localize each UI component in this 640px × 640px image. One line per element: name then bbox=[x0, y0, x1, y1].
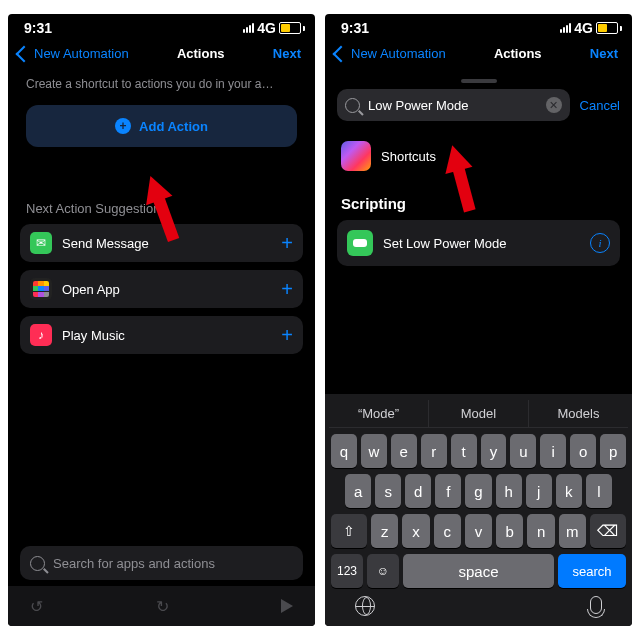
low-power-icon bbox=[347, 230, 373, 256]
message-icon: ✉︎ bbox=[30, 232, 52, 254]
key-space[interactable]: space bbox=[403, 554, 554, 588]
network-label: 4G bbox=[574, 20, 593, 36]
key-123[interactable]: 123 bbox=[331, 554, 363, 588]
key-e[interactable]: e bbox=[391, 434, 417, 468]
left-screenshot: 9:31 4G New Automation Actions Next Crea… bbox=[8, 14, 315, 626]
suggestion-send-message[interactable]: ✉︎ Send Message + bbox=[20, 224, 303, 262]
section-header-scripting: Scripting bbox=[325, 181, 632, 220]
clear-icon[interactable]: ✕ bbox=[546, 97, 562, 113]
cancel-button[interactable]: Cancel bbox=[580, 98, 620, 113]
back-label: New Automation bbox=[351, 46, 446, 61]
app-grid-icon bbox=[30, 278, 52, 300]
suggestion-label: Open App bbox=[62, 282, 271, 297]
key-x[interactable]: x bbox=[402, 514, 429, 548]
key-l[interactable]: l bbox=[586, 474, 612, 508]
key-emoji[interactable]: ☺ bbox=[367, 554, 399, 588]
key-o[interactable]: o bbox=[570, 434, 596, 468]
prediction[interactable]: Models bbox=[528, 400, 628, 427]
key-n[interactable]: n bbox=[527, 514, 554, 548]
network-label: 4G bbox=[257, 20, 276, 36]
suggestions-header: Next Action Suggestions bbox=[8, 201, 315, 216]
key-c[interactable]: c bbox=[434, 514, 461, 548]
key-z[interactable]: z bbox=[371, 514, 398, 548]
right-screenshot: 9:31 4G New Automation Actions Next Low … bbox=[325, 14, 632, 626]
globe-icon[interactable] bbox=[355, 596, 375, 616]
key-d[interactable]: d bbox=[405, 474, 431, 508]
plus-circle-icon: + bbox=[115, 118, 131, 134]
hint-text: Create a shortcut to actions you do in y… bbox=[8, 71, 315, 105]
chevron-left-icon bbox=[16, 45, 33, 62]
status-bar: 9:31 4G bbox=[8, 14, 315, 38]
battery-icon bbox=[279, 22, 305, 34]
key-h[interactable]: h bbox=[496, 474, 522, 508]
search-placeholder: Search for apps and actions bbox=[53, 556, 215, 571]
add-icon[interactable]: + bbox=[281, 325, 293, 345]
status-bar: 9:31 4G bbox=[325, 14, 632, 38]
key-p[interactable]: p bbox=[600, 434, 626, 468]
back-label: New Automation bbox=[34, 46, 129, 61]
key-search[interactable]: search bbox=[558, 554, 626, 588]
key-j[interactable]: j bbox=[526, 474, 552, 508]
status-time: 9:31 bbox=[24, 20, 52, 36]
add-action-label: Add Action bbox=[139, 119, 208, 134]
key-f[interactable]: f bbox=[435, 474, 461, 508]
back-button[interactable]: New Automation bbox=[18, 46, 129, 61]
status-time: 9:31 bbox=[341, 20, 369, 36]
undo-icon[interactable]: ↺ bbox=[30, 597, 43, 616]
action-set-low-power-mode[interactable]: Set Low Power Mode i bbox=[337, 220, 620, 266]
key-b[interactable]: b bbox=[496, 514, 523, 548]
key-q[interactable]: q bbox=[331, 434, 357, 468]
run-icon[interactable] bbox=[281, 599, 293, 613]
next-button[interactable]: Next bbox=[590, 46, 618, 61]
action-label: Set Low Power Mode bbox=[383, 236, 580, 251]
key-v[interactable]: v bbox=[465, 514, 492, 548]
key-y[interactable]: y bbox=[481, 434, 507, 468]
add-icon[interactable]: + bbox=[281, 233, 293, 253]
prediction-bar: “Mode” Model Models bbox=[329, 400, 628, 428]
key-r[interactable]: r bbox=[421, 434, 447, 468]
key-t[interactable]: t bbox=[451, 434, 477, 468]
battery-icon bbox=[596, 22, 622, 34]
prediction[interactable]: Model bbox=[428, 400, 528, 427]
key-u[interactable]: u bbox=[510, 434, 536, 468]
suggestion-label: Send Message bbox=[62, 236, 271, 251]
key-shift[interactable]: ⇧ bbox=[331, 514, 367, 548]
key-g[interactable]: g bbox=[465, 474, 491, 508]
suggestion-open-app[interactable]: Open App + bbox=[20, 270, 303, 308]
key-i[interactable]: i bbox=[540, 434, 566, 468]
add-action-button[interactable]: + Add Action bbox=[26, 105, 297, 147]
prediction[interactable]: “Mode” bbox=[329, 400, 428, 427]
signal-icon bbox=[243, 23, 254, 33]
nav-title: Actions bbox=[494, 46, 542, 61]
add-icon[interactable]: + bbox=[281, 279, 293, 299]
key-s[interactable]: s bbox=[375, 474, 401, 508]
nav-bar: New Automation Actions Next bbox=[8, 38, 315, 71]
key-m[interactable]: m bbox=[559, 514, 586, 548]
info-icon[interactable]: i bbox=[590, 233, 610, 253]
key-backspace[interactable]: ⌫ bbox=[590, 514, 626, 548]
suggestion-play-music[interactable]: ♪ Play Music + bbox=[20, 316, 303, 354]
nav-bar: New Automation Actions Next bbox=[325, 38, 632, 71]
app-label: Shortcuts bbox=[381, 149, 436, 164]
shortcuts-app-icon bbox=[341, 141, 371, 171]
app-result-shortcuts[interactable]: Shortcuts bbox=[325, 131, 632, 181]
search-field[interactable]: Search for apps and actions bbox=[20, 546, 303, 580]
signal-icon bbox=[560, 23, 571, 33]
search-value: Low Power Mode bbox=[368, 98, 468, 113]
search-input[interactable]: Low Power Mode ✕ bbox=[337, 89, 570, 121]
key-w[interactable]: w bbox=[361, 434, 387, 468]
key-a[interactable]: a bbox=[345, 474, 371, 508]
nav-title: Actions bbox=[177, 46, 225, 61]
next-button[interactable]: Next bbox=[273, 46, 301, 61]
redo-icon[interactable]: ↻ bbox=[156, 597, 169, 616]
keyboard: “Mode” Model Models q w e r t y u i o p … bbox=[325, 394, 632, 626]
toolbar: ↺ ↻ bbox=[8, 586, 315, 626]
back-button[interactable]: New Automation bbox=[335, 46, 446, 61]
music-icon: ♪ bbox=[30, 324, 52, 346]
sheet-grabber[interactable] bbox=[461, 79, 497, 83]
suggestion-label: Play Music bbox=[62, 328, 271, 343]
search-icon bbox=[345, 98, 360, 113]
search-icon bbox=[30, 556, 45, 571]
key-k[interactable]: k bbox=[556, 474, 582, 508]
mic-icon[interactable] bbox=[590, 596, 602, 614]
